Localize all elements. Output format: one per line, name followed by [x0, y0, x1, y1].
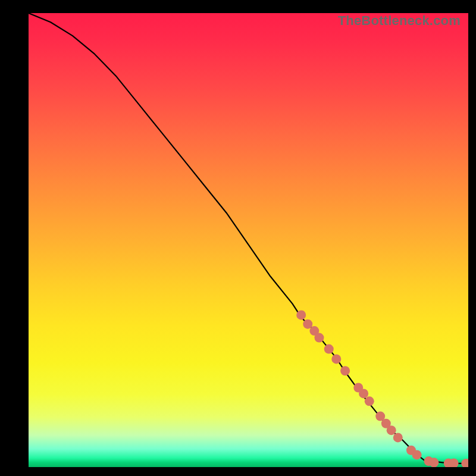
- data-point: [444, 459, 453, 467]
- data-point: [303, 320, 312, 329]
- data-point: [393, 433, 403, 442]
- data-point: [314, 333, 324, 343]
- data-point: [464, 459, 468, 467]
- data-point: [359, 389, 368, 398]
- data-point: [387, 425, 396, 435]
- data-point: [424, 456, 433, 466]
- data-point: [461, 459, 468, 467]
- chart-plot-area: TheBottleneck.com: [29, 13, 468, 467]
- chart-svg: [29, 13, 468, 467]
- data-point: [381, 419, 391, 428]
- data-point: [353, 383, 363, 392]
- data-point: [406, 446, 416, 455]
- curve-line: [29, 13, 468, 464]
- curve-markers: [296, 310, 468, 467]
- data-point: [412, 450, 422, 459]
- data-point: [340, 366, 350, 375]
- data-point: [296, 310, 306, 320]
- data-point: [365, 396, 374, 406]
- data-point: [429, 458, 439, 467]
- data-point: [309, 326, 319, 336]
- data-point: [324, 345, 334, 354]
- data-point: [449, 459, 459, 467]
- data-point: [375, 412, 385, 421]
- data-point: [331, 354, 341, 364]
- watermark-label: TheBottleneck.com: [338, 13, 461, 29]
